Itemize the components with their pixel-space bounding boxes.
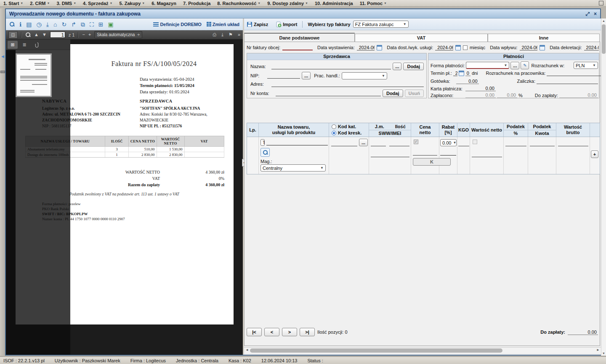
gross-value-input[interactable] bbox=[558, 140, 588, 146]
net-price-input[interactable] bbox=[413, 150, 437, 156]
collapse-panel-icon[interactable]: ◄ bbox=[0, 54, 5, 59]
nip-input[interactable] bbox=[267, 73, 300, 79]
edit-pencil-icon[interactable]: ✎ bbox=[521, 61, 529, 69]
barcode-radio[interactable] bbox=[332, 131, 336, 135]
paid-value[interactable]: 0.00 bbox=[465, 92, 496, 98]
net-value-checkbox[interactable] bbox=[473, 140, 477, 144]
print-icon[interactable]: ⎙ bbox=[213, 32, 216, 37]
cash-value[interactable]: 0.00 bbox=[456, 79, 479, 84]
card-value[interactable]: 0.00 bbox=[465, 86, 496, 91]
scroll-up-icon[interactable]: ▲ bbox=[602, 19, 605, 22]
prev-page-button[interactable]: < bbox=[264, 328, 279, 336]
payment-method-browse-button[interactable]: ... bbox=[510, 62, 519, 69]
clock-icon[interactable]: ◷ bbox=[37, 21, 42, 27]
barcode-scan-icon[interactable]: ⛶ bbox=[90, 21, 94, 27]
card-icon[interactable]: ▤ bbox=[26, 21, 32, 27]
foreign-invoice-no-input[interactable] bbox=[282, 45, 313, 50]
menu-zakupy[interactable]: 5. Zakupy▼ bbox=[120, 1, 145, 6]
tab-inne[interactable]: Inne bbox=[488, 34, 600, 42]
product-name-input[interactable] bbox=[266, 140, 328, 145]
term-date-value[interactable]: 2024-06-12 bbox=[453, 71, 457, 76]
seller-name-browse-button[interactable]: ... bbox=[393, 63, 401, 70]
menu-crm[interactable]: 2. CRM▼ bbox=[30, 1, 50, 6]
next-page-icon[interactable]: ▼ bbox=[42, 32, 47, 37]
menu-rachunkowosc[interactable]: 8. Rachunkowość▼ bbox=[217, 1, 260, 6]
menu-pomoc[interactable]: 11. Pomoc▼ bbox=[360, 1, 387, 6]
unit-input[interactable] bbox=[371, 140, 386, 146]
restore-window-icon[interactable]: ⤢ bbox=[585, 11, 590, 17]
attachments-icon[interactable] bbox=[31, 41, 41, 49]
calendar-icon[interactable] bbox=[455, 45, 461, 50]
add-row-button[interactable]: + bbox=[591, 150, 598, 158]
menu-administracja[interactable]: 10. Administracja bbox=[315, 1, 353, 6]
net-value-input[interactable] bbox=[472, 151, 502, 157]
page-thumbnail[interactable] bbox=[16, 53, 52, 97]
home-icon[interactable]: ⌂ bbox=[53, 21, 57, 27]
save-file-icon[interactable]: ⤓ bbox=[221, 32, 223, 37]
decree-date-value[interactable]: 2024-06- bbox=[584, 45, 599, 50]
scroll-down-icon[interactable]: ▼ bbox=[602, 352, 605, 355]
discount-select[interactable]: 0.00▼ bbox=[440, 139, 457, 146]
delivery-date-value[interactable]: 2024-06-12 bbox=[435, 45, 453, 50]
tax-amount-input[interactable] bbox=[530, 140, 555, 146]
zoom-out-icon[interactable]: − bbox=[82, 32, 85, 37]
address-input[interactable] bbox=[271, 81, 424, 87]
doremo-definitions-button[interactable]: Definicje DOREMO bbox=[153, 22, 201, 27]
code-browse-button[interactable]: ... bbox=[359, 139, 368, 146]
cart-grid-icon[interactable]: ⊞ bbox=[98, 21, 104, 27]
vertical-scrollbar[interactable]: ▲ ▼ bbox=[601, 18, 606, 356]
next-page-button[interactable]: > bbox=[282, 328, 297, 336]
paid-percent-value[interactable]: 0.00 bbox=[497, 92, 517, 98]
page-number-input[interactable] bbox=[50, 32, 65, 38]
sidebar-toggle-button[interactable]: ◫ bbox=[8, 31, 18, 39]
horizontal-scrollbar[interactable]: ◄ ► bbox=[244, 347, 601, 353]
invoice-type-select[interactable]: FZ Faktura zakupc▼ bbox=[353, 21, 409, 28]
menu-magazyn[interactable]: 6. Magazyn bbox=[152, 1, 176, 6]
first-page-button[interactable]: |< bbox=[247, 328, 262, 336]
kgo-input[interactable] bbox=[458, 140, 469, 146]
term-days-input[interactable]: 0 bbox=[465, 71, 470, 76]
advance-input[interactable] bbox=[537, 78, 598, 84]
trader-select[interactable]: ▼ bbox=[342, 72, 387, 79]
fullscreen-icon[interactable] bbox=[599, 1, 603, 5]
product-search-button[interactable] bbox=[260, 148, 270, 157]
import-button[interactable]: Import bbox=[276, 21, 297, 27]
info-icon[interactable]: ℹ bbox=[19, 21, 21, 27]
account-add-button[interactable]: Dodaj bbox=[383, 90, 403, 97]
search-key-icon[interactable] bbox=[9, 21, 15, 27]
calendar-icon[interactable] bbox=[377, 45, 382, 50]
tab-vat[interactable]: VAT bbox=[355, 34, 488, 42]
menu-produkcja[interactable]: 7. Produkcja bbox=[183, 1, 210, 6]
item-type-select[interactable]: T▼ bbox=[260, 139, 265, 146]
tax-pct-input[interactable] bbox=[505, 140, 526, 146]
seller-name-input[interactable] bbox=[271, 63, 391, 69]
edge-slider-handle[interactable] bbox=[0, 71, 5, 73]
scroll-left-icon[interactable]: ◄ bbox=[245, 348, 249, 352]
menu-start[interactable]: 1. Start▼ bbox=[3, 1, 23, 6]
scroll-right-icon[interactable]: ► bbox=[596, 348, 600, 352]
download-icon[interactable]: ⤓ bbox=[46, 21, 49, 27]
code-category-radio[interactable] bbox=[332, 124, 336, 129]
zoom-in-icon[interactable]: + bbox=[88, 32, 91, 37]
previous-page-icon[interactable]: ▲ bbox=[34, 32, 39, 37]
hscroll-thumb[interactable] bbox=[250, 348, 502, 353]
sww-imei-input[interactable] bbox=[371, 151, 409, 157]
nip-browse-button[interactable]: ... bbox=[302, 72, 311, 79]
net-price-checkbox[interactable]: ✓ bbox=[414, 140, 418, 144]
barcode-input[interactable] bbox=[331, 140, 357, 146]
seller-add-button[interactable]: Dodaj bbox=[403, 63, 424, 70]
pdf-search-icon[interactable] bbox=[25, 32, 31, 37]
outline-view-icon[interactable]: ≣ bbox=[19, 41, 29, 49]
payment-method-select[interactable]: ▼ bbox=[466, 62, 509, 69]
inflow-date-value[interactable]: 2024-06-12 bbox=[520, 45, 538, 50]
more-tools-icon[interactable]: » bbox=[238, 32, 240, 37]
qty-input[interactable] bbox=[389, 140, 409, 146]
copy-pages-icon[interactable]: ⧉ bbox=[81, 21, 85, 27]
due-value[interactable]: 0.00 bbox=[559, 92, 598, 98]
menu-dostep-zdalny[interactable]: 9. Dostęp zdalny▼ bbox=[267, 1, 308, 6]
discount-input[interactable] bbox=[440, 150, 456, 156]
month-checkbox[interactable] bbox=[463, 45, 468, 50]
forward-arrow-icon[interactable]: ↱ bbox=[71, 21, 76, 27]
calendar-icon[interactable] bbox=[459, 71, 464, 76]
account-input[interactable] bbox=[276, 90, 381, 96]
